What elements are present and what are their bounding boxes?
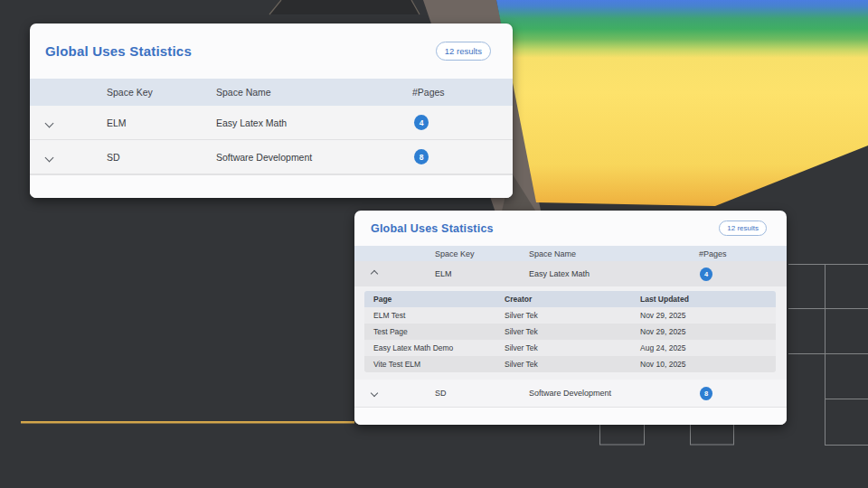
space-key: SD xyxy=(107,152,216,163)
presentation-slide: Global Uses Statistics 12 results Space … xyxy=(0,0,868,488)
page-title-cell: ELM Test xyxy=(364,311,495,320)
space-row-elm[interactable]: ELM Easy Latex Math 4 xyxy=(30,106,513,140)
page-title-cell: Vite Test ELM xyxy=(364,360,495,369)
page-title: Global Uses Statistics xyxy=(45,43,192,59)
column-space-key: Space Key xyxy=(107,87,216,98)
gold-accent-line xyxy=(21,421,354,424)
pages-count-badge: 8 xyxy=(414,149,429,164)
space-name: Easy Latex Math xyxy=(216,117,412,128)
creator-cell: Silver Tek xyxy=(495,327,631,336)
results-count-badge: 12 results xyxy=(719,221,767,236)
table-header-row: Space Key Space Name #Pages xyxy=(30,79,513,106)
card-header: Global Uses Statistics 12 results xyxy=(354,211,787,246)
space-row-sd[interactable]: SD Software Development 8 xyxy=(30,140,513,174)
pages-count-badge: 4 xyxy=(414,115,429,130)
space-row-elm-expanded[interactable]: ELM Easy Latex Math 4 xyxy=(354,261,787,286)
card-header: Global Uses Statistics 12 results xyxy=(30,23,513,79)
creator-cell: Silver Tek xyxy=(495,360,631,369)
column-page: Page xyxy=(364,295,495,304)
chevron-down-icon[interactable] xyxy=(371,389,378,397)
column-space-name: Space Name xyxy=(529,249,699,258)
stats-card-expanded: Global Uses Statistics 12 results Space … xyxy=(354,211,787,425)
subtable-row: Easy Latex Math Demo Silver Tek Aug 24, … xyxy=(364,340,776,356)
space-key: SD xyxy=(435,389,529,398)
last-updated-cell: Aug 24, 2025 xyxy=(631,343,776,352)
last-updated-cell: Nov 29, 2025 xyxy=(631,327,776,336)
page-title: Global Uses Statistics xyxy=(371,222,494,235)
column-space-name: Space Name xyxy=(216,87,412,98)
creator-cell: Silver Tek xyxy=(495,343,631,352)
space-key: ELM xyxy=(435,269,529,278)
subtable-row: Vite Test ELM Silver Tek Nov 10, 2025 xyxy=(364,356,776,372)
column-space-key: Space Key xyxy=(435,249,529,258)
card-footer xyxy=(30,174,513,198)
pages-count-badge: 4 xyxy=(700,267,712,281)
top-trapezoid-shape xyxy=(269,0,420,14)
table-header-row: Space Key Space Name #Pages xyxy=(354,246,787,261)
subtable-row: ELM Test Silver Tek Nov 29, 2025 xyxy=(364,307,776,324)
chevron-down-icon[interactable] xyxy=(45,118,54,127)
creator-cell: Silver Tek xyxy=(495,311,631,320)
subtable-row: Test Page Silver Tek Nov 29, 2025 xyxy=(364,324,776,340)
pages-count-badge: 8 xyxy=(700,387,712,400)
chevron-up-icon[interactable] xyxy=(371,270,378,277)
space-name: Software Development xyxy=(529,389,699,398)
gradient-banner-shape xyxy=(496,0,868,206)
space-name: Easy Latex Math xyxy=(529,269,699,278)
subtable-header-row: Page Creator Last Updated xyxy=(364,291,776,307)
page-title-cell: Test Page xyxy=(364,327,495,336)
column-creator: Creator xyxy=(495,295,631,304)
column-last-updated: Last Updated xyxy=(631,295,776,304)
last-updated-cell: Nov 10, 2025 xyxy=(631,360,776,369)
column-pages: #Pages xyxy=(699,249,787,258)
chevron-down-icon[interactable] xyxy=(45,153,54,162)
space-row-sd[interactable]: SD Software Development 8 xyxy=(354,380,787,407)
expanded-pages-section: Page Creator Last Updated ELM Test Silve… xyxy=(354,286,787,380)
last-updated-cell: Nov 29, 2025 xyxy=(631,311,776,320)
space-name: Software Development xyxy=(216,152,412,163)
results-count-badge: 12 results xyxy=(436,42,491,61)
page-title-cell: Easy Latex Math Demo xyxy=(364,343,495,352)
pages-subtable: Page Creator Last Updated ELM Test Silve… xyxy=(364,291,776,372)
stats-card-collapsed: Global Uses Statistics 12 results Space … xyxy=(30,23,513,198)
card-footer xyxy=(354,407,787,425)
column-pages: #Pages xyxy=(412,87,513,98)
space-key: ELM xyxy=(107,117,216,128)
